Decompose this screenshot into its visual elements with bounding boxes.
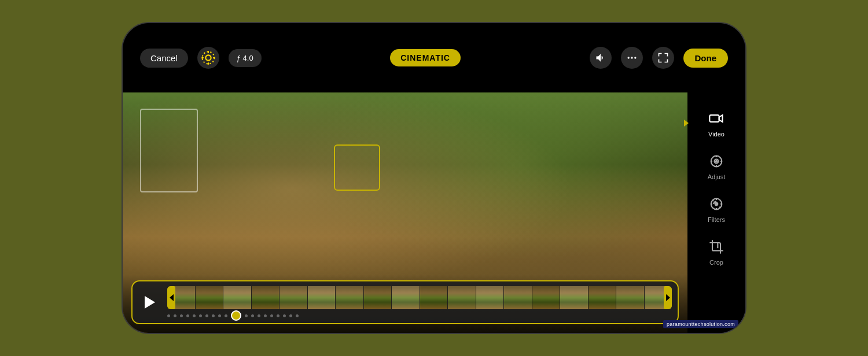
scrubber-dot [245, 314, 248, 317]
svg-point-3 [631, 57, 632, 58]
film-frame [308, 286, 336, 309]
scrubber-dot [251, 314, 254, 317]
scrubber-dot [258, 314, 260, 317]
filters-tool-icon [707, 194, 726, 214]
scrubber-dot [264, 314, 267, 317]
film-frame [336, 286, 363, 309]
film-frame [448, 286, 476, 309]
adjust-tool-icon [707, 151, 726, 171]
timeline-wrapper [131, 280, 679, 324]
scrubber-dot [296, 314, 299, 317]
focus-box-secondary[interactable] [334, 144, 380, 191]
focus-button[interactable] [197, 47, 219, 69]
crop-tool-label: Crop [709, 259, 723, 266]
cancel-button[interactable]: Cancel [140, 49, 188, 68]
film-frame [364, 286, 392, 309]
sidebar-item-crop[interactable]: Crop [693, 232, 740, 270]
film-frame [589, 286, 616, 309]
right-sidebar: Video Adjust [687, 92, 745, 333]
video-tool-icon [707, 109, 726, 128]
video-tool-label: Video [708, 131, 724, 138]
filters-tool-label: Filters [708, 216, 725, 223]
scrubber-track [167, 315, 672, 316]
film-frame [279, 286, 307, 309]
done-button[interactable]: Done [683, 49, 729, 68]
scrubber-dot [212, 314, 215, 317]
scrubber-dot [218, 314, 221, 317]
film-frame [196, 286, 223, 309]
film-frame [420, 286, 448, 309]
phone-frame: Cancel ƒ 4.0 CINEMATIC [122, 22, 746, 334]
cinematic-badge: CINEMATIC [390, 49, 461, 66]
film-frame [560, 286, 588, 309]
scrubber-row[interactable] [167, 313, 672, 318]
scrubber-dot [186, 314, 189, 317]
aperture-button[interactable]: ƒ 4.0 [229, 49, 262, 67]
top-bar: Cancel ƒ 4.0 CINEMATIC [123, 23, 745, 92]
sidebar-item-filters[interactable]: Filters [693, 190, 740, 228]
sidebar-item-adjust[interactable]: Adjust [693, 147, 740, 185]
scrubber-dot [174, 314, 176, 317]
more-button[interactable] [621, 47, 643, 69]
svg-point-8 [716, 161, 717, 162]
crop-tool-icon [707, 237, 726, 257]
scrubber-dot [270, 314, 273, 317]
right-arrow-icon [666, 294, 670, 301]
left-arrow-icon [170, 294, 174, 301]
filmstrip [167, 286, 672, 309]
svg-rect-5 [709, 115, 719, 122]
focus-box-main[interactable] [140, 109, 198, 192]
scrubber-playhead[interactable] [231, 310, 241, 321]
film-frame [252, 286, 279, 309]
video-area [123, 92, 687, 333]
svg-point-10 [715, 203, 718, 206]
film-frame [392, 286, 420, 309]
sidebar-item-video[interactable]: Video [693, 104, 740, 142]
svg-point-4 [634, 57, 636, 58]
play-button[interactable] [138, 291, 161, 314]
active-indicator-icon [684, 120, 689, 127]
scrubber-dot [205, 314, 208, 317]
play-icon [145, 296, 155, 309]
scrubber-dot [289, 314, 292, 317]
scrubber-dot [167, 314, 170, 317]
video-frame [123, 92, 687, 333]
filmstrip-strip [167, 286, 672, 309]
timeline-track[interactable] [167, 286, 672, 318]
timeline-area [123, 275, 687, 333]
aperture-label: ƒ 4.0 [237, 54, 253, 62]
scrubber-dot [193, 314, 196, 317]
svg-point-0 [205, 55, 211, 60]
svg-point-2 [627, 57, 629, 58]
volume-button[interactable] [590, 47, 612, 69]
scrubber-dot [283, 314, 286, 317]
film-frame [476, 286, 504, 309]
scrubber-dot [199, 314, 202, 317]
svg-point-1 [202, 52, 214, 64]
fullscreen-button[interactable] [652, 47, 674, 69]
trim-handle-left[interactable] [167, 286, 175, 309]
film-frame [616, 286, 644, 309]
trim-handle-right[interactable] [664, 286, 672, 309]
scrubber-dot [225, 314, 227, 317]
watermark: paramounttechsolution.com [663, 320, 738, 328]
film-frame [504, 286, 532, 309]
main-content: Video Adjust [123, 92, 745, 333]
film-frame [223, 286, 251, 309]
scrubber-dot [180, 314, 183, 317]
scrubber-dot [277, 314, 279, 317]
adjust-tool-label: Adjust [708, 173, 726, 180]
film-frame [532, 286, 560, 309]
